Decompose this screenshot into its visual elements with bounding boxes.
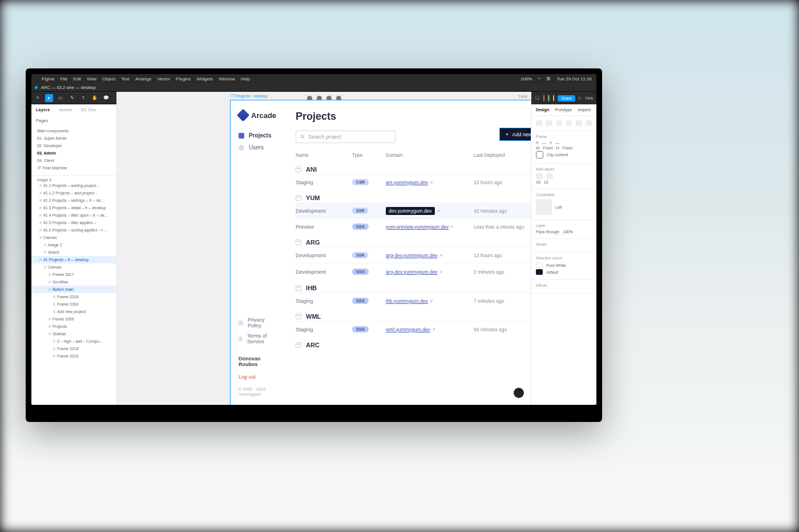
blend-mode[interactable]: Pass through bbox=[536, 230, 559, 234]
col-name[interactable]: Name bbox=[296, 152, 350, 158]
layer-item[interactable]: #Sidebar bbox=[31, 330, 116, 338]
tab-design[interactable]: Design bbox=[536, 108, 549, 112]
layer-item[interactable]: #Frame 3218 bbox=[31, 293, 116, 300]
external-link-icon[interactable]: ↗ bbox=[439, 253, 443, 258]
comment-tool-icon[interactable]: 💬 bbox=[102, 94, 110, 102]
collapse-toggle-icon[interactable] bbox=[296, 166, 301, 172]
tab-prototype[interactable]: Prototype bbox=[555, 108, 572, 112]
menu-view[interactable]: View bbox=[87, 76, 96, 82]
domain-link[interactable]: arg-dev.yummygum.dev bbox=[386, 253, 438, 258]
control-center-icon[interactable]: ⌘ bbox=[546, 76, 551, 82]
layer-item[interactable]: #Frame 3209 bbox=[31, 315, 116, 323]
page-item[interactable]: 01. Super Admin bbox=[31, 135, 116, 142]
menu-file[interactable]: File bbox=[60, 76, 67, 82]
menu-edit[interactable]: Edit bbox=[73, 76, 81, 82]
avatar[interactable] bbox=[548, 95, 549, 101]
external-link-icon[interactable]: ↗ bbox=[439, 270, 443, 275]
layer-item[interactable]: ##1.6 Projects – sorting applied – f… bbox=[31, 226, 116, 234]
domain-link[interactable]: wml.yummygum.dev bbox=[386, 327, 430, 332]
clip-content-checkbox[interactable] bbox=[536, 151, 543, 159]
page-item[interactable]: 04. Client bbox=[31, 157, 116, 164]
menu-window[interactable]: Window bbox=[219, 76, 235, 82]
layer-item[interactable]: #Add new project bbox=[31, 308, 116, 315]
layer-item[interactable]: ##1.1 Projects – adding project… bbox=[31, 182, 116, 189]
figma-home-icon[interactable] bbox=[35, 86, 38, 89]
external-link-icon[interactable]: ↗ bbox=[431, 327, 435, 332]
layer-item[interactable]: #Frame 3218 bbox=[31, 345, 116, 352]
clock[interactable]: Tue 29 Oct 11:28 bbox=[556, 76, 592, 82]
col-deployed[interactable]: Last Deployed bbox=[474, 152, 531, 158]
project-group-header[interactable]: WML bbox=[296, 313, 531, 320]
collapse-toggle-icon[interactable] bbox=[296, 285, 301, 291]
layer-item[interactable]: #Projects bbox=[31, 323, 116, 330]
menu-plugins[interactable]: Plugins bbox=[176, 76, 191, 82]
help-fab[interactable] bbox=[514, 388, 524, 398]
menu-text[interactable]: Text bbox=[121, 76, 130, 82]
nav-users[interactable]: Users bbox=[239, 144, 276, 151]
frame-breadcrumb[interactable]: ❐ Projects › desktop bbox=[231, 94, 268, 99]
figma-menu-icon[interactable]: ≡ bbox=[34, 94, 42, 102]
menu-widgets[interactable]: Widgets bbox=[196, 76, 213, 82]
collapse-toggle-icon[interactable] bbox=[296, 195, 301, 201]
layer-item[interactable]: ##1.3 Projects – detail – fr – desktop bbox=[31, 204, 116, 212]
layer-item[interactable]: ##1.5 Projects – filter applied – bbox=[31, 219, 116, 226]
table-row[interactable]: DevelopmentSSRarg-dev.yummygum.dev↗13 ho… bbox=[296, 247, 531, 263]
color-swatch[interactable] bbox=[536, 262, 543, 268]
constraints-widget[interactable] bbox=[536, 199, 552, 215]
domain-link[interactable]: dev.yummygum.dev bbox=[386, 207, 434, 215]
external-link-icon[interactable]: ↗ bbox=[429, 180, 433, 185]
move-tool-icon[interactable]: ▸ bbox=[45, 94, 53, 102]
avatar[interactable] bbox=[543, 95, 544, 101]
menu-vector[interactable]: Vector bbox=[157, 76, 170, 82]
page-item[interactable]: ⏱ Time Machine bbox=[31, 164, 116, 172]
spacing-icon[interactable] bbox=[546, 173, 553, 179]
layer-item[interactable]: ##1 Projects – fr – desktop bbox=[31, 256, 116, 263]
project-group-header[interactable]: ANI bbox=[296, 166, 531, 173]
layer-item[interactable]: #Canvas bbox=[31, 234, 116, 241]
table-row[interactable]: StagingSSGwml.yummygum.dev↗59 minutes ag… bbox=[296, 321, 531, 337]
assets-tab[interactable]: Assets bbox=[59, 108, 72, 112]
tab-inspect[interactable]: Inspect bbox=[578, 108, 591, 112]
figma-file-tab[interactable]: ARC — 03.2 wire — desktop bbox=[41, 85, 96, 90]
share-button[interactable]: Share bbox=[558, 95, 575, 101]
avatar[interactable] bbox=[553, 95, 554, 101]
domain-link[interactable]: arg-dev.yummygum.dev bbox=[386, 269, 438, 275]
menu-object[interactable]: Object bbox=[102, 76, 115, 82]
pen-tool-icon[interactable]: ✎ bbox=[68, 94, 76, 102]
frame-tool-icon[interactable]: ▭ bbox=[57, 94, 64, 102]
battery-indicator[interactable]: 100% bbox=[520, 76, 532, 82]
layer-item[interactable]: ##1.4 Projects – filter open – fr – de… bbox=[31, 212, 116, 219]
direction-icon[interactable] bbox=[536, 173, 543, 179]
page-item[interactable]: 03. Admin bbox=[31, 149, 116, 157]
nav-terms[interactable]: Terms of Service bbox=[239, 333, 276, 344]
align-top-icon[interactable] bbox=[566, 120, 572, 126]
external-link-icon[interactable]: ↗ bbox=[429, 299, 433, 304]
color-swatch[interactable] bbox=[536, 269, 543, 275]
align-right-icon[interactable] bbox=[556, 120, 562, 126]
layer-item[interactable]: #Scrollbar bbox=[31, 278, 116, 286]
project-group-header[interactable]: IHB bbox=[296, 285, 531, 291]
zoom-level[interactable]: 74% bbox=[518, 94, 527, 99]
layer-item[interactable]: #Frame 3216 bbox=[31, 352, 116, 360]
table-row[interactable]: StagingCSRani.yummygum.dev↗12 hours agoS… bbox=[296, 174, 531, 190]
table-row[interactable]: DevelopmentSSGarg-dev.yummygum.dev↗2 min… bbox=[296, 263, 531, 280]
external-link-icon[interactable]: ↗ bbox=[436, 209, 440, 214]
layers-group-header[interactable]: image X bbox=[31, 178, 116, 182]
wifi-icon[interactable]: ⌔ bbox=[538, 76, 540, 82]
hand-tool-icon[interactable]: ✋ bbox=[91, 94, 99, 102]
collapse-toggle-icon[interactable] bbox=[296, 239, 301, 245]
domain-link[interactable]: ani.yummygum.dev bbox=[386, 180, 428, 185]
layer-item[interactable]: ##1.2 Projects – settings – fr – de… bbox=[31, 197, 116, 204]
page-item[interactable]: 02. Developer bbox=[31, 142, 116, 149]
app-name[interactable]: Figma bbox=[42, 76, 54, 82]
add-project-button[interactable]: ＋ Add new project 277×34 bbox=[500, 128, 531, 140]
nav-privacy[interactable]: Privacy Policy bbox=[239, 317, 276, 328]
layers-tab[interactable]: Layers bbox=[36, 108, 50, 112]
text-tool-icon[interactable]: T bbox=[79, 94, 87, 102]
col-type[interactable]: Type bbox=[352, 152, 384, 158]
external-link-icon[interactable]: ↗ bbox=[450, 225, 454, 230]
layer-item[interactable]: #Canvas bbox=[31, 263, 116, 271]
logout-link[interactable]: Log out bbox=[239, 374, 276, 380]
collapse-toggle-icon[interactable] bbox=[296, 314, 301, 319]
zoom-dropdown[interactable]: 74% bbox=[585, 96, 593, 100]
